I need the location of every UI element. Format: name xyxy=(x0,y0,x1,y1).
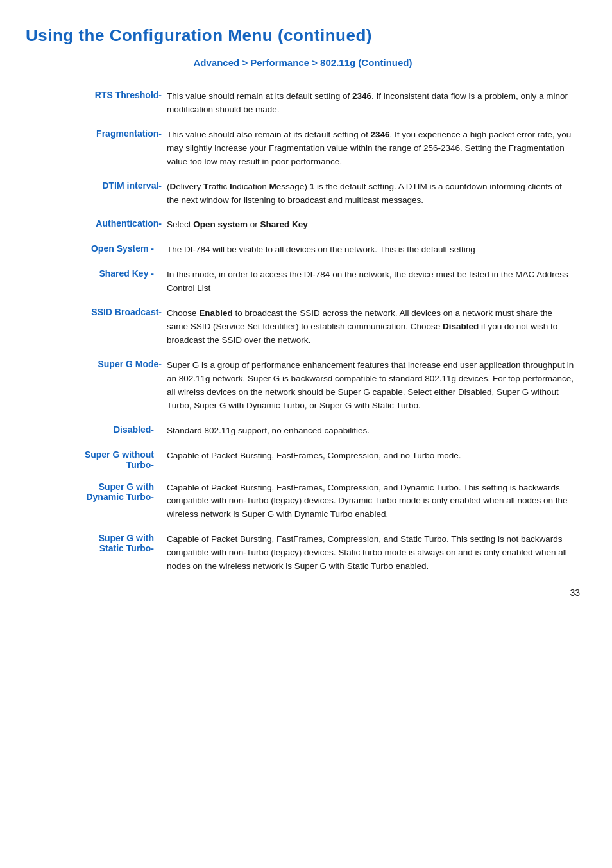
row-description: Capable of Packet Bursting, FastFrames, … xyxy=(167,529,580,581)
row-label: Fragmentation- xyxy=(26,125,167,177)
row-description: This value should also remain at its def… xyxy=(167,125,580,177)
row-description: Super G is a group of performance enhanc… xyxy=(167,355,580,421)
content-table: RTS Threshold-This value should remain a… xyxy=(26,86,580,581)
row-label: Super G Mode- xyxy=(26,355,167,421)
table-row: Super G withoutTurbo-Capable of Packet B… xyxy=(26,446,580,478)
subtitle: Advanced > Performance > 802.11g (Contin… xyxy=(26,57,580,68)
table-row: Super G withStatic Turbo-Capable of Pack… xyxy=(26,529,580,581)
row-description: Choose Enabled to broadcast the SSID acr… xyxy=(167,303,580,355)
table-row: SSID Broadcast-Choose Enabled to broadca… xyxy=(26,303,580,355)
row-label: Open System - xyxy=(26,239,167,265)
row-description: (Delivery Traffic Indication Message) 1 … xyxy=(167,177,580,215)
row-label: Super G withStatic Turbo- xyxy=(26,529,167,581)
table-row: Shared Key -In this mode, in order to ac… xyxy=(26,265,580,303)
row-description: Standard 802.11g support, no enhanced ca… xyxy=(167,421,580,446)
row-label: Authentication- xyxy=(26,214,167,239)
row-label: Shared Key - xyxy=(26,265,167,303)
table-row: Super G Mode-Super G is a group of perfo… xyxy=(26,355,580,421)
row-label: Super G withDynamic Turbo- xyxy=(26,478,167,530)
row-description: Capable of Packet Bursting, FastFrames, … xyxy=(167,446,580,478)
page-title: Using the Configuration Menu (continued) xyxy=(26,26,580,46)
row-label: Disabled- xyxy=(26,421,167,446)
table-row: Open System -The DI-784 will be visible … xyxy=(26,239,580,265)
table-row: Disabled-Standard 802.11g support, no en… xyxy=(26,421,580,446)
row-description: The DI-784 will be visible to all device… xyxy=(167,239,580,265)
row-label: RTS Threshold- xyxy=(26,86,167,125)
row-label: SSID Broadcast- xyxy=(26,303,167,355)
table-row: DTIM interval-(Delivery Traffic Indicati… xyxy=(26,177,580,215)
row-description: Select Open system or Shared Key xyxy=(167,214,580,239)
row-description: This value should remain at its default … xyxy=(167,86,580,125)
row-label: Super G withoutTurbo- xyxy=(26,446,167,478)
row-description: Capable of Packet Bursting, FastFrames, … xyxy=(167,478,580,530)
table-row: Super G withDynamic Turbo-Capable of Pac… xyxy=(26,478,580,530)
table-row: Authentication-Select Open system or Sha… xyxy=(26,214,580,239)
page-number: 33 xyxy=(26,587,580,598)
row-label: DTIM interval- xyxy=(26,177,167,215)
table-row: RTS Threshold-This value should remain a… xyxy=(26,86,580,125)
row-description: In this mode, in order to access the DI-… xyxy=(167,265,580,303)
table-row: Fragmentation-This value should also rem… xyxy=(26,125,580,177)
